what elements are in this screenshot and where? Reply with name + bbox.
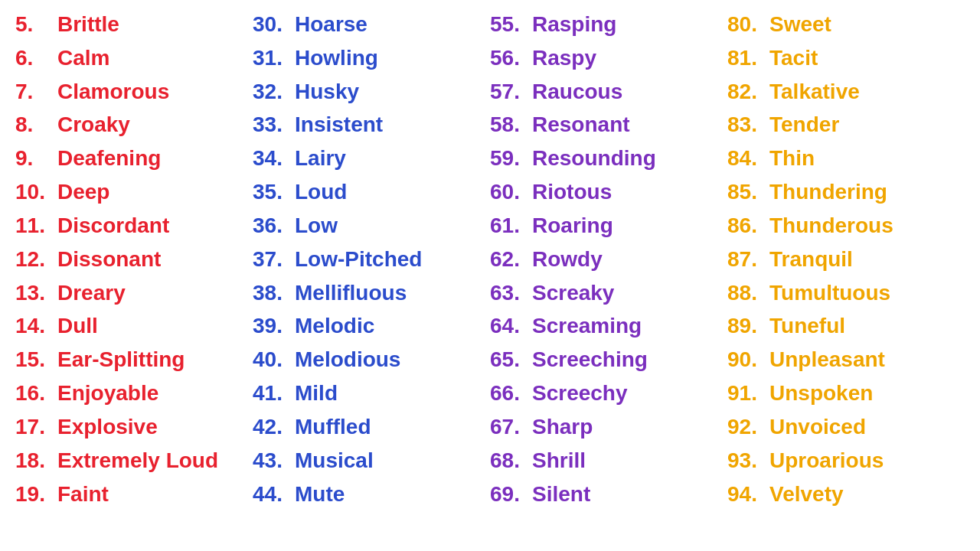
item-number: 32.: [253, 78, 295, 106]
item-number: 40.: [253, 346, 295, 373]
item-number: 9.: [15, 145, 57, 172]
list-item: 34.Lairy: [253, 142, 490, 175]
list-item: 16.Enjoyable: [15, 377, 253, 410]
item-word: Clamorous: [57, 78, 169, 106]
column-4: 80.Sweet81.Tacit82.Talkative83.Tender84.…: [727, 8, 965, 510]
item-word: Croaky: [57, 111, 130, 139]
word-list-grid: 5.Brittle6.Calm7.Clamorous8.Croaky9.Deaf…: [0, 0, 980, 518]
list-item: 30.Hoarse: [253, 8, 490, 41]
item-word: Raspy: [532, 44, 596, 72]
list-item: 59.Resounding: [490, 142, 727, 175]
list-item: 44.Mute: [253, 478, 490, 511]
list-item: 85.Thundering: [727, 175, 965, 209]
list-item: 56.Raspy: [490, 41, 727, 75]
list-item: 57.Raucous: [490, 75, 727, 109]
list-item: 62.Rowdy: [490, 243, 727, 276]
item-number: 16.: [15, 380, 57, 407]
list-item: 17.Explosive: [15, 410, 253, 444]
list-item: 15.Ear-Splitting: [15, 343, 253, 377]
item-number: 36.: [253, 212, 295, 240]
item-word: Thunderous: [769, 212, 893, 240]
list-item: 7.Clamorous: [15, 75, 253, 109]
item-word: Dissonant: [57, 246, 161, 273]
item-number: 83.: [727, 111, 769, 139]
item-word: Ear-Splitting: [57, 346, 185, 373]
column-1: 5.Brittle6.Calm7.Clamorous8.Croaky9.Deaf…: [15, 8, 253, 510]
item-word: Unspoken: [769, 380, 873, 407]
item-number: 33.: [253, 111, 295, 139]
item-word: Mute: [295, 481, 345, 508]
item-number: 86.: [727, 212, 769, 240]
item-number: 5.: [15, 11, 57, 38]
list-item: 65.Screeching: [490, 343, 727, 377]
item-number: 12.: [15, 246, 57, 273]
item-number: 15.: [15, 346, 57, 373]
item-word: Melodic: [295, 312, 374, 340]
item-word: Tacit: [769, 44, 818, 72]
list-item: 86.Thunderous: [727, 209, 965, 243]
item-number: 94.: [727, 481, 769, 508]
item-word: Screechy: [532, 380, 628, 407]
item-word: Tuneful: [769, 312, 845, 340]
item-number: 43.: [253, 447, 295, 474]
item-word: Deafening: [57, 145, 161, 172]
item-number: 89.: [727, 312, 769, 340]
item-word: Roaring: [532, 212, 613, 240]
item-word: Melodious: [295, 346, 400, 373]
item-word: Husky: [295, 78, 359, 106]
item-word: Tender: [769, 111, 839, 139]
item-number: 56.: [490, 44, 532, 72]
list-item: 39.Melodic: [253, 309, 490, 343]
item-word: Raucous: [532, 78, 622, 106]
item-number: 55.: [490, 11, 532, 38]
item-word: Talkative: [769, 78, 860, 106]
item-word: Uproarious: [769, 447, 884, 474]
item-word: Resounding: [532, 145, 656, 172]
item-word: Screaky: [532, 279, 614, 307]
item-word: Mellifluous: [295, 279, 407, 307]
list-item: 19.Faint: [15, 478, 253, 511]
list-item: 88.Tumultuous: [727, 276, 965, 310]
item-word: Extremely Loud: [57, 447, 218, 474]
item-word: Riotous: [532, 178, 612, 206]
item-word: Enjoyable: [57, 380, 158, 407]
list-item: 68.Shrill: [490, 444, 727, 478]
item-word: Hoarse: [295, 11, 368, 38]
item-number: 58.: [490, 111, 532, 139]
list-item: 9.Deafening: [15, 142, 253, 175]
item-number: 91.: [727, 380, 769, 407]
item-word: Dreary: [57, 279, 126, 307]
item-word: Screeching: [532, 346, 648, 373]
item-word: Howling: [295, 44, 378, 72]
item-number: 85.: [727, 178, 769, 206]
item-word: Explosive: [57, 413, 158, 441]
item-number: 82.: [727, 78, 769, 106]
item-number: 62.: [490, 246, 532, 273]
item-word: Discordant: [57, 212, 169, 240]
item-number: 92.: [727, 413, 769, 441]
list-item: 84.Thin: [727, 142, 965, 175]
item-word: Unvoiced: [769, 413, 866, 441]
item-number: 84.: [727, 145, 769, 172]
list-item: 14.Dull: [15, 309, 253, 343]
item-word: Calm: [57, 44, 109, 72]
list-item: 93.Uproarious: [727, 444, 965, 478]
item-word: Insistent: [295, 111, 383, 139]
list-item: 63.Screaky: [490, 276, 727, 310]
list-item: 64.Screaming: [490, 309, 727, 343]
list-item: 6.Calm: [15, 41, 253, 75]
item-word: Loud: [295, 178, 347, 206]
item-word: Musical: [295, 447, 374, 474]
item-number: 44.: [253, 481, 295, 508]
item-word: Sweet: [769, 11, 831, 38]
item-number: 64.: [490, 312, 532, 340]
item-number: 30.: [253, 11, 295, 38]
item-word: Unpleasant: [769, 346, 885, 373]
list-item: 58.Resonant: [490, 108, 727, 142]
list-item: 8.Croaky: [15, 108, 253, 142]
item-word: Velvety: [769, 481, 844, 508]
list-item: 92.Unvoiced: [727, 410, 965, 444]
list-item: 61.Roaring: [490, 209, 727, 243]
column-3: 55.Rasping56.Raspy57.Raucous58.Resonant5…: [490, 8, 727, 510]
item-number: 66.: [490, 380, 532, 407]
